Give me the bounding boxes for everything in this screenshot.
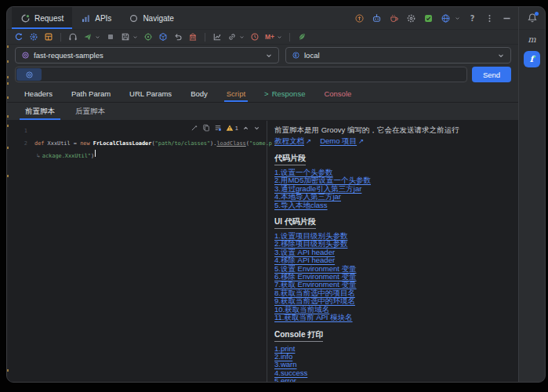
next-chevron-icon[interactable] (253, 125, 260, 132)
selector-row: fast-request-samples local (15, 47, 511, 64)
send-plane-icon[interactable] (83, 32, 93, 42)
tab-script[interactable]: Script (217, 85, 255, 102)
more-kebab-icon[interactable] (484, 13, 495, 24)
right-tool-strip: m (518, 7, 545, 382)
snippet-link[interactable]: 9.获取当前选中的环境名 (274, 296, 355, 305)
tab-response[interactable]: > Response (255, 85, 314, 102)
tab-console[interactable]: Console (314, 85, 361, 102)
snippet-link[interactable]: 1.设置一个头参数 (274, 168, 332, 176)
snippet-link[interactable]: 10.获取当前域名 (274, 305, 329, 314)
toolbar: M+ (7, 30, 518, 45)
send-button[interactable]: Send (472, 67, 511, 82)
target-icon[interactable] (143, 32, 153, 42)
subtab-pre-script[interactable]: 前置脚本 (15, 103, 65, 120)
tab-navigate[interactable]: Navigate (120, 7, 182, 29)
section-title-console-print: Console 打印 (274, 329, 323, 342)
fast-request-logo-icon (20, 13, 31, 24)
snippet-link[interactable]: 7.获取 Environment 变量 (274, 280, 357, 289)
snippet-link[interactable]: 1.print (274, 344, 295, 353)
upgrade-circle-icon[interactable] (354, 13, 365, 24)
copy-snippet-icon[interactable] (202, 124, 210, 132)
snippet-link[interactable]: 3.warn (274, 360, 297, 368)
settings-gear-icon[interactable] (406, 13, 416, 24)
maven-tool-button[interactable]: m (528, 35, 535, 45)
donate-coffee-icon[interactable] (389, 13, 399, 24)
snippet-link[interactable]: 4.success (274, 368, 307, 377)
refresh-icon[interactable] (14, 32, 24, 42)
snippet-link[interactable]: 5.设置 Environment 变量 (274, 264, 357, 273)
leaf-icon[interactable] (297, 32, 307, 42)
docs-panel: 前置脚本是用 Groovy 编写的，它会在发送请求之前运行 教程文档↗ Demo… (267, 121, 518, 382)
snippet-link[interactable]: 5.error (274, 376, 296, 382)
tab-body[interactable]: Body (181, 85, 217, 102)
environment-select[interactable]: local (285, 47, 511, 64)
url-field-group (15, 67, 467, 82)
snippet-link[interactable]: 8.获取当前选中的项目名 (274, 289, 355, 297)
reformat-wand-icon[interactable] (191, 124, 198, 132)
minimize-icon[interactable] (502, 13, 512, 24)
snippet-link[interactable]: 6.移除 Environment 变量 (274, 272, 357, 281)
script-content: 1 2 def XxxUtil = new FrLocalClassLoader… (7, 121, 518, 382)
toolbar-separator (60, 33, 61, 42)
method-selector[interactable] (16, 68, 42, 81)
navigate-ring-icon (129, 13, 139, 24)
table-grid-icon[interactable] (44, 32, 53, 42)
snippet-link[interactable]: 1.设置项目级别头参数 (274, 231, 347, 240)
snippet-link[interactable]: 2.移除项目级别头参数 (274, 239, 347, 248)
save-floppy-icon[interactable] (121, 32, 130, 42)
screen-artifact (7, 45, 9, 48)
inspection-settings-icon[interactable] (214, 124, 222, 132)
snippet-link[interactable]: 4.本地导入第三方jar (274, 192, 341, 201)
demo-project-link[interactable]: Demo 项目 (320, 136, 357, 145)
tab-url-params[interactable]: URL Params (120, 85, 181, 102)
notifications-button[interactable] (519, 7, 545, 30)
mock-dropdown-chevron-icon[interactable] (277, 34, 282, 40)
snippet-link[interactable]: 2.info (274, 352, 292, 361)
tab-request[interactable]: Request (12, 7, 72, 29)
save-dropdown-chevron-icon[interactable] (132, 34, 138, 40)
snippet-link[interactable]: 3.通过gradle引入第三方jar (274, 184, 361, 193)
code-token: FrLocalClassLoader (93, 137, 152, 150)
config-gear-icon[interactable] (29, 32, 38, 42)
environment-icon (292, 51, 300, 60)
mock-m-plus-icon[interactable]: M+ (265, 33, 274, 41)
help-icon[interactable] (467, 13, 477, 24)
tab-headers[interactable]: Headers (15, 85, 62, 102)
docs-link-wrap: 教程文档↗ (274, 136, 311, 146)
editor-line-2: 2 def XxxUtil = new FrLocalClassLoader("… (7, 137, 267, 150)
snippet-link[interactable]: 2.用MD5加密设置一个头参数 (274, 176, 371, 184)
snippet-link[interactable]: 3.设置 API header (274, 248, 335, 256)
tab-navigate-label: Navigate (143, 14, 173, 23)
link-icon[interactable] (227, 32, 237, 42)
museum-icon[interactable] (188, 32, 198, 42)
scan-code-icon[interactable] (423, 13, 434, 24)
code-token: "some.p (249, 137, 272, 150)
tab-apis[interactable]: APIs (72, 7, 120, 29)
link-dropdown-chevron-icon[interactable] (239, 34, 245, 40)
text-caret (95, 150, 96, 157)
tab-path-param[interactable]: Path Param (62, 85, 120, 102)
warning-count: 1 (235, 125, 238, 132)
subtab-post-script[interactable]: 后置脚本 (65, 103, 115, 120)
cube-icon[interactable] (158, 32, 168, 42)
stop-square-icon[interactable] (106, 32, 115, 42)
language-globe-icon[interactable] (441, 13, 451, 24)
headphones-icon[interactable] (68, 32, 78, 42)
project-select[interactable]: fast-request-samples (15, 47, 279, 64)
prev-chevron-icon[interactable] (242, 125, 249, 132)
snippet-link[interactable]: 11.获取当前 API 模块名 (274, 313, 353, 321)
snippet-link[interactable]: 4.移除 API header (274, 256, 335, 264)
code-editor[interactable]: 1 2 def XxxUtil = new FrLocalClassLoader… (7, 121, 267, 382)
history-clock-icon[interactable] (250, 32, 259, 42)
chart-icon[interactable] (212, 32, 222, 42)
fast-request-plugin-button[interactable] (524, 51, 540, 67)
url-input[interactable] (42, 71, 466, 79)
globe-dropdown-chevron-icon[interactable] (455, 16, 460, 21)
undo-icon[interactable] (173, 32, 183, 42)
warning-triangle-icon[interactable] (226, 124, 234, 132)
snippet-link[interactable]: 5.导入本地class (274, 201, 328, 209)
send-dropdown-chevron-icon[interactable] (95, 34, 100, 40)
list-item: 3.warn (274, 361, 509, 368)
robot-assistant-icon[interactable] (372, 13, 382, 24)
unread-notification-dot (535, 12, 539, 16)
